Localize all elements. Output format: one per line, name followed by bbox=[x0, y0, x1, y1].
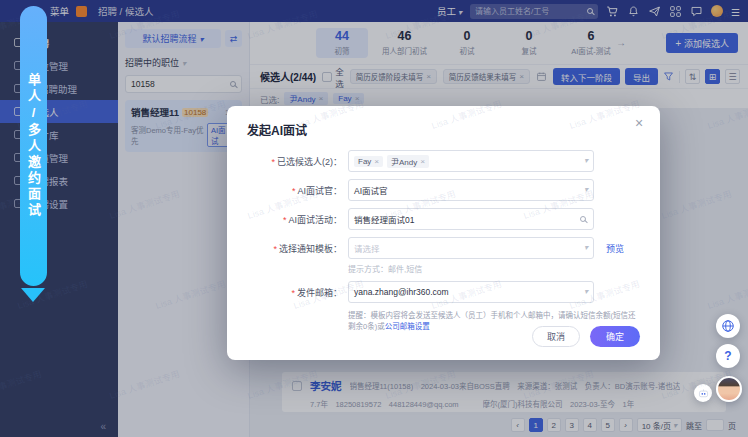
app-window: 菜单 招聘 / 候选人 员工 招聘 职位管理 AI招聘助理 候选人 人才库 渠道… bbox=[0, 0, 748, 437]
close-icon[interactable] bbox=[632, 116, 646, 130]
ai-activity-value: 销售经理面试01 bbox=[354, 213, 414, 225]
ai-activity-select[interactable]: 销售经理面试01 bbox=[348, 208, 594, 230]
candidate-tag-fay[interactable]: Fay bbox=[354, 156, 383, 167]
modal-title: 发起AI面试 bbox=[227, 106, 660, 138]
chevron-down-icon bbox=[584, 286, 588, 296]
ai-interviewer-value: AI面试官 bbox=[354, 184, 388, 196]
search-icon bbox=[580, 216, 586, 222]
field-label: 已选候选人(2)： bbox=[247, 155, 342, 168]
field-ai-interviewer: AI面试官： AI面试官 bbox=[247, 179, 594, 201]
ai-interview-modal: 发起AI面试 已选候选人(2)： Fay 尹Andy AI面试官： AI面试官 bbox=[227, 106, 660, 360]
candidate-tag-label: Fay bbox=[358, 157, 371, 166]
tutorial-callout-text: 单人/多人邀约面试 bbox=[24, 73, 43, 219]
help-button[interactable] bbox=[716, 344, 740, 368]
field-label-text: 选择通知模板： bbox=[279, 244, 342, 254]
chevron-down-icon bbox=[584, 184, 588, 194]
candidate-tag-label: 尹Andy bbox=[391, 156, 417, 167]
candidate-tag-yin-andy[interactable]: 尹Andy bbox=[387, 155, 429, 168]
field-label-text: AI面试官： bbox=[297, 186, 342, 196]
field-label: 选择通知模板： bbox=[247, 242, 342, 255]
field-ai-activity: AI面试活动： 销售经理面试01 bbox=[247, 208, 594, 230]
ai-interviewer-select[interactable]: AI面试官 bbox=[348, 179, 594, 201]
globe-button[interactable] bbox=[716, 314, 740, 338]
company-mail-settings-link[interactable]: 公司邮箱设置 bbox=[385, 322, 430, 331]
callout-arrow-down-icon bbox=[21, 288, 45, 302]
remove-tag-icon[interactable] bbox=[374, 157, 379, 166]
modal-form: 已选候选人(2)： Fay 尹Andy AI面试官： AI面试官 AI面试活动：… bbox=[227, 138, 660, 333]
field-label: 发件邮箱： bbox=[247, 286, 342, 299]
tutorial-callout: 单人/多人邀约面试 bbox=[20, 6, 47, 286]
sender-email-value: yana.zhang@ihr360.com bbox=[354, 287, 449, 297]
field-notify-template: 选择通知模板： 请选择 预览 bbox=[247, 237, 594, 259]
modal-footer: 取消 确定 bbox=[532, 326, 640, 347]
field-label: AI面试活动： bbox=[247, 213, 342, 226]
chevron-down-icon bbox=[584, 242, 588, 252]
field-label-text: 已选候选人(2)： bbox=[277, 157, 342, 167]
notify-template-placeholder: 请选择 bbox=[354, 242, 380, 254]
chevron-down-icon bbox=[584, 155, 588, 165]
selected-candidates-select[interactable]: Fay 尹Andy bbox=[348, 150, 594, 172]
notify-method-hint: 提示方式：邮件,短信 bbox=[348, 263, 594, 274]
remove-tag-icon[interactable] bbox=[420, 157, 425, 166]
assistant-robot-button[interactable] bbox=[694, 384, 712, 402]
cancel-button[interactable]: 取消 bbox=[532, 326, 580, 347]
confirm-button[interactable]: 确定 bbox=[590, 326, 640, 347]
user-avatar[interactable] bbox=[716, 376, 742, 402]
field-label: AI面试官： bbox=[247, 184, 342, 197]
field-label-text: 发件邮箱： bbox=[297, 288, 342, 298]
notify-template-select[interactable]: 请选择 bbox=[348, 237, 594, 259]
preview-link[interactable]: 预览 bbox=[606, 242, 624, 255]
sender-email-select[interactable]: yana.zhang@ihr360.com bbox=[348, 281, 594, 303]
field-label-text: AI面试活动： bbox=[288, 215, 342, 225]
field-selected-candidates: 已选候选人(2)： Fay 尹Andy bbox=[247, 150, 594, 172]
field-sender-email: 发件邮箱： yana.zhang@ihr360.com bbox=[247, 281, 594, 303]
